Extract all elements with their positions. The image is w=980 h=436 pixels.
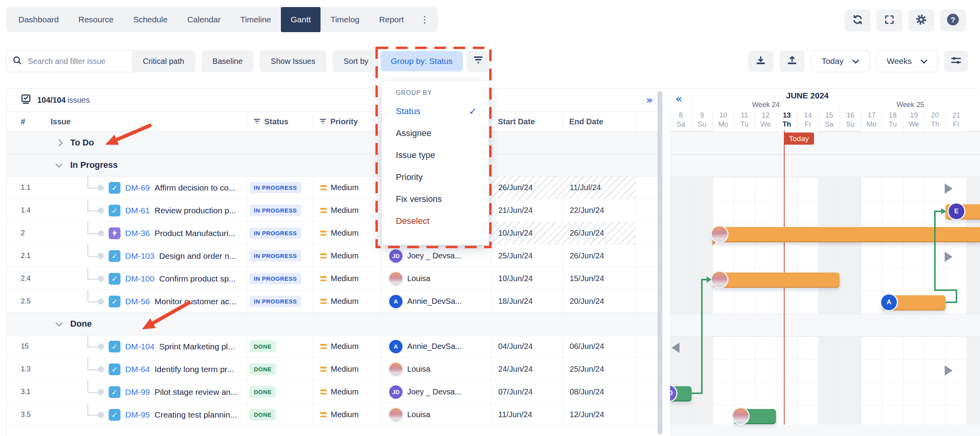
issue-key-link[interactable]: DM-69 xyxy=(125,183,150,193)
export-button[interactable] xyxy=(748,51,773,72)
kebab-menu-icon[interactable]: ⋮ xyxy=(413,7,435,32)
group-row-in-progress[interactable]: In Progress xyxy=(7,154,663,176)
offscreen-bar-marker-right[interactable] xyxy=(945,252,953,262)
end-date-cell[interactable]: 15/Jun/24 xyxy=(563,267,636,290)
offscreen-bar-marker-right[interactable] xyxy=(945,183,953,194)
gantt-bar[interactable]: E xyxy=(945,204,980,218)
group-row-done[interactable]: Done xyxy=(7,312,663,335)
gantt-bar[interactable] xyxy=(734,409,776,423)
issue-key-link[interactable]: DM-36 xyxy=(125,229,150,238)
baseline-button[interactable]: Baseline xyxy=(202,50,254,72)
start-date-cell[interactable]: 25/Jun/24 xyxy=(491,245,563,267)
group-row-to-do[interactable]: To Do xyxy=(7,131,663,154)
tab-calendar[interactable]: Calendar xyxy=(177,7,230,32)
collapse-panel-icon[interactable]: » xyxy=(646,94,652,106)
end-date-cell[interactable]: 12/Jun/24 xyxy=(563,403,636,426)
end-date-cell[interactable]: 26/Jun/24 xyxy=(563,245,636,267)
end-date-cell[interactable]: 26/Jun/24 xyxy=(563,222,636,244)
menu-item-status[interactable]: Status✓ xyxy=(382,100,488,122)
start-date-cell[interactable]: 18/Jun/24 xyxy=(491,290,563,312)
start-date-cell[interactable]: 04/Jun/24 xyxy=(491,335,563,358)
issue-row-dm-56[interactable]: 2.5✓DM-56Monitor customer ac...IN PROGRE… xyxy=(7,290,663,313)
issue-row-dm-36[interactable]: 2DM-36Product Manufacturi...IN PROGRESSM… xyxy=(7,222,663,245)
sort-by-button[interactable]: Sort by xyxy=(333,50,379,72)
column-header-start[interactable]: Start Date xyxy=(491,112,563,132)
end-date-cell[interactable]: 08/Jun/24 xyxy=(563,381,636,403)
issue-key-link[interactable]: DM-99 xyxy=(125,387,150,397)
filter-button[interactable] xyxy=(467,50,490,72)
gantt-bar[interactable]: A xyxy=(882,295,945,309)
issue-row-dm-99[interactable]: 3.1✓DM-99Pilot stage review an...DONEMed… xyxy=(7,381,663,403)
row-number: 1.4 xyxy=(7,199,40,222)
column-header-status[interactable]: Status xyxy=(247,112,313,132)
menu-item-fix-versions[interactable]: Fix versions xyxy=(382,188,488,210)
group-by-button[interactable]: Group by: Status xyxy=(381,51,463,71)
end-date-cell[interactable]: 20/Jun/24 xyxy=(563,290,636,312)
issue-row-dm-61[interactable]: 1.4✓DM-61Review production p...IN PROGRE… xyxy=(7,199,663,222)
end-date-cell[interactable]: 25/Jun/24 xyxy=(563,358,636,380)
offscreen-bar-marker-right[interactable] xyxy=(945,365,953,376)
start-date-cell[interactable]: 11/Jun/24 xyxy=(491,403,563,426)
search-input[interactable] xyxy=(27,56,115,66)
tab-timelog[interactable]: Timelog xyxy=(321,7,369,32)
issue-row-dm-64[interactable]: 1.3✓DM-64Identify long term pr...DONEMed… xyxy=(7,358,663,381)
issue-key-link[interactable]: DM-103 xyxy=(125,251,155,261)
help-button[interactable]: ? xyxy=(940,9,966,31)
start-date-cell[interactable]: 21/Jun/24 xyxy=(491,199,563,222)
chevron-down-icon[interactable] xyxy=(55,160,62,167)
chevron-right-icon[interactable] xyxy=(55,139,62,146)
start-date-cell[interactable]: 10/Jun/24 xyxy=(491,267,563,290)
issue-key-link[interactable]: DM-64 xyxy=(125,365,150,374)
status-badge: IN PROGRESS xyxy=(250,205,301,216)
gantt-bar[interactable]: JD xyxy=(670,386,692,400)
column-header-priority[interactable]: Priority xyxy=(313,112,381,132)
issue-key-link[interactable]: DM-95 xyxy=(125,410,150,420)
settings-button[interactable] xyxy=(908,9,934,31)
end-date-cell[interactable]: 22/Jun/24 xyxy=(563,199,636,222)
issue-key-link[interactable]: DM-61 xyxy=(125,206,150,215)
tab-timeline[interactable]: Timeline xyxy=(230,7,281,32)
start-date-cell[interactable]: 24/Jun/24 xyxy=(491,358,563,380)
issue-row-dm-95[interactable]: 3.5✓DM-95Creating test plannin...DONEMed… xyxy=(7,403,663,426)
issue-row-dm-104[interactable]: 15✓DM-104Sprint Marketing pl...DONEMediu… xyxy=(7,335,663,358)
start-date-cell[interactable]: 07/Jun/24 xyxy=(491,381,563,403)
tab-resource[interactable]: Resource xyxy=(69,7,124,32)
issue-key-link[interactable]: DM-100 xyxy=(125,274,155,283)
view-settings-button[interactable] xyxy=(944,51,968,72)
assignee-name: Louisa xyxy=(407,365,430,374)
issue-key-link[interactable]: DM-104 xyxy=(125,342,155,351)
offscreen-bar-marker-left[interactable] xyxy=(672,343,679,353)
menu-item-issue-type[interactable]: Issue type xyxy=(382,144,488,166)
issue-row-dm-100[interactable]: 2.4✓DM-100Confirm product sp...IN PROGRE… xyxy=(7,267,663,290)
tab-report[interactable]: Report xyxy=(369,7,413,32)
start-date-cell[interactable]: 26/Jun/24 xyxy=(491,176,563,199)
vertical-scrollbar[interactable] xyxy=(658,91,662,434)
issue-row-dm-103[interactable]: 2.1✓DM-103Design and order n...IN PROGRE… xyxy=(7,245,663,267)
search-box[interactable] xyxy=(6,50,137,72)
sync-button[interactable] xyxy=(845,9,871,31)
tab-gantt[interactable]: Gantt xyxy=(281,7,321,32)
gantt-bar[interactable] xyxy=(712,272,840,287)
gantt-bar[interactable] xyxy=(712,227,980,241)
tab-schedule[interactable]: Schedule xyxy=(124,7,178,32)
priority-medium-icon xyxy=(320,253,327,258)
column-header-end[interactable]: End Date xyxy=(563,112,636,132)
end-date-cell[interactable]: 11/Jul/24 xyxy=(563,176,636,199)
issue-row-dm-69[interactable]: 1.1✓DM-69Affirm decision to co...IN PROG… xyxy=(7,176,663,199)
fullscreen-button[interactable] xyxy=(876,9,902,31)
start-date-cell[interactable]: 10/Jun/24 xyxy=(491,222,563,244)
issue-key-link[interactable]: DM-56 xyxy=(125,297,150,306)
range-select[interactable]: Today xyxy=(811,50,870,72)
end-date-cell[interactable]: 06/Jun/24 xyxy=(563,335,636,358)
menu-item-priority[interactable]: Priority xyxy=(382,166,488,188)
column-header-num[interactable]: # xyxy=(7,112,40,132)
scale-select[interactable]: Weeks xyxy=(876,50,938,72)
show-issues-button[interactable]: Show Issues xyxy=(260,50,326,72)
column-header-issue[interactable]: Issue xyxy=(40,112,247,132)
critical-path-button[interactable]: Critical path xyxy=(132,50,195,72)
import-button[interactable] xyxy=(780,51,805,72)
menu-item-assignee[interactable]: Assignee xyxy=(382,122,488,144)
chevron-down-icon[interactable] xyxy=(55,319,62,326)
menu-item-deselect[interactable]: Deselect xyxy=(382,210,488,232)
tab-dashboard[interactable]: Dashboard xyxy=(9,7,69,32)
